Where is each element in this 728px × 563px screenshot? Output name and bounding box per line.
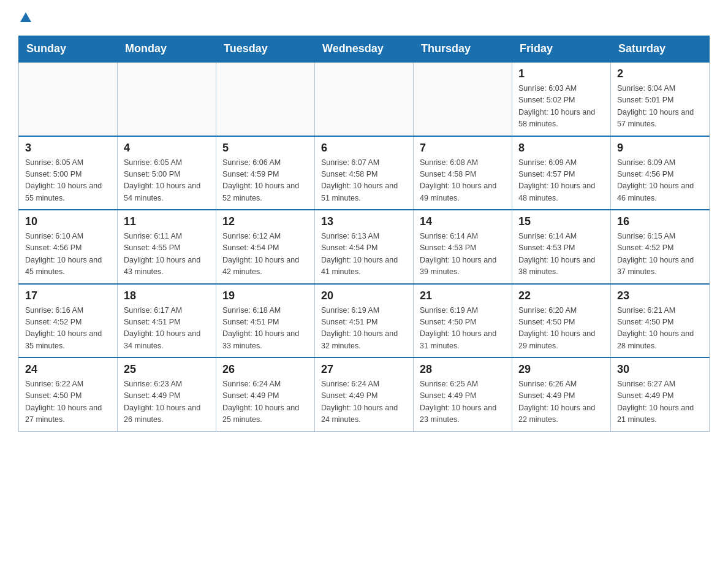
calendar-cell: 15Sunrise: 6:14 AMSunset: 4:53 PMDayligh… bbox=[512, 210, 611, 284]
day-info: Sunrise: 6:23 AMSunset: 4:49 PMDaylight:… bbox=[124, 378, 210, 426]
day-info: Sunrise: 6:27 AMSunset: 4:49 PMDaylight:… bbox=[617, 378, 703, 426]
day-info: Sunrise: 6:12 AMSunset: 4:54 PMDaylight:… bbox=[222, 231, 308, 278]
calendar-cell: 29Sunrise: 6:26 AMSunset: 4:49 PMDayligh… bbox=[512, 358, 611, 431]
day-number: 20 bbox=[321, 289, 407, 302]
day-number: 2 bbox=[617, 67, 703, 80]
calendar-cell: 6Sunrise: 6:07 AMSunset: 4:58 PMDaylight… bbox=[315, 136, 414, 210]
day-number: 30 bbox=[617, 363, 703, 376]
calendar-cell bbox=[414, 62, 512, 136]
day-number: 18 bbox=[124, 289, 210, 302]
day-number: 26 bbox=[222, 363, 308, 376]
day-number: 8 bbox=[518, 142, 604, 155]
day-info: Sunrise: 6:24 AMSunset: 4:49 PMDaylight:… bbox=[321, 378, 407, 426]
day-info: Sunrise: 6:16 AMSunset: 4:52 PMDaylight:… bbox=[25, 305, 111, 353]
calendar-cell: 11Sunrise: 6:11 AMSunset: 4:55 PMDayligh… bbox=[118, 210, 216, 284]
day-number: 10 bbox=[25, 215, 111, 228]
day-info: Sunrise: 6:17 AMSunset: 4:51 PMDaylight:… bbox=[124, 305, 210, 353]
calendar-cell: 19Sunrise: 6:18 AMSunset: 4:51 PMDayligh… bbox=[216, 284, 315, 358]
week-row-5: 24Sunrise: 6:22 AMSunset: 4:50 PMDayligh… bbox=[19, 358, 710, 431]
day-number: 29 bbox=[518, 363, 604, 376]
day-number: 5 bbox=[222, 142, 308, 155]
day-number: 6 bbox=[321, 142, 407, 155]
logo-triangle-icon bbox=[20, 12, 31, 22]
day-number: 17 bbox=[25, 289, 111, 302]
day-number: 9 bbox=[617, 142, 703, 155]
calendar-cell: 10Sunrise: 6:10 AMSunset: 4:56 PMDayligh… bbox=[19, 210, 118, 284]
calendar-cell: 28Sunrise: 6:25 AMSunset: 4:49 PMDayligh… bbox=[414, 358, 512, 431]
calendar-cell: 13Sunrise: 6:13 AMSunset: 4:54 PMDayligh… bbox=[315, 210, 414, 284]
col-thursday: Thursday bbox=[414, 36, 512, 63]
day-number: 14 bbox=[420, 215, 506, 228]
day-number: 21 bbox=[420, 289, 506, 302]
day-info: Sunrise: 6:14 AMSunset: 4:53 PMDaylight:… bbox=[420, 231, 506, 278]
day-number: 24 bbox=[25, 363, 111, 376]
calendar-cell: 22Sunrise: 6:20 AMSunset: 4:50 PMDayligh… bbox=[512, 284, 611, 358]
day-info: Sunrise: 6:25 AMSunset: 4:49 PMDaylight:… bbox=[420, 378, 506, 426]
day-number: 19 bbox=[222, 289, 308, 302]
day-number: 23 bbox=[617, 289, 703, 302]
calendar-cell bbox=[216, 62, 315, 136]
calendar-cell: 23Sunrise: 6:21 AMSunset: 4:50 PMDayligh… bbox=[611, 284, 710, 358]
logo bbox=[18, 12, 31, 23]
day-number: 16 bbox=[617, 215, 703, 228]
day-info: Sunrise: 6:24 AMSunset: 4:49 PMDaylight:… bbox=[222, 378, 308, 426]
header-row: Sunday Monday Tuesday Wednesday Thursday… bbox=[19, 36, 710, 63]
day-number: 4 bbox=[124, 142, 210, 155]
col-friday: Friday bbox=[512, 36, 611, 63]
calendar-cell: 17Sunrise: 6:16 AMSunset: 4:52 PMDayligh… bbox=[19, 284, 118, 358]
col-monday: Monday bbox=[118, 36, 216, 63]
calendar-cell bbox=[315, 62, 414, 136]
calendar-cell: 20Sunrise: 6:19 AMSunset: 4:51 PMDayligh… bbox=[315, 284, 414, 358]
calendar-cell: 5Sunrise: 6:06 AMSunset: 4:59 PMDaylight… bbox=[216, 136, 315, 210]
day-info: Sunrise: 6:05 AMSunset: 5:00 PMDaylight:… bbox=[25, 157, 111, 205]
calendar-table: Sunday Monday Tuesday Wednesday Thursday… bbox=[18, 36, 710, 432]
calendar-cell: 16Sunrise: 6:15 AMSunset: 4:52 PMDayligh… bbox=[611, 210, 710, 284]
day-info: Sunrise: 6:06 AMSunset: 4:59 PMDaylight:… bbox=[222, 157, 308, 205]
day-number: 28 bbox=[420, 363, 506, 376]
page-header bbox=[18, 12, 710, 23]
day-number: 25 bbox=[124, 363, 210, 376]
day-info: Sunrise: 6:04 AMSunset: 5:01 PMDaylight:… bbox=[617, 83, 703, 131]
week-row-4: 17Sunrise: 6:16 AMSunset: 4:52 PMDayligh… bbox=[19, 284, 710, 358]
col-sunday: Sunday bbox=[19, 36, 118, 63]
calendar-cell: 21Sunrise: 6:19 AMSunset: 4:50 PMDayligh… bbox=[414, 284, 512, 358]
calendar-cell bbox=[118, 62, 216, 136]
day-info: Sunrise: 6:11 AMSunset: 4:55 PMDaylight:… bbox=[124, 231, 210, 278]
day-info: Sunrise: 6:07 AMSunset: 4:58 PMDaylight:… bbox=[321, 157, 407, 205]
calendar-cell: 12Sunrise: 6:12 AMSunset: 4:54 PMDayligh… bbox=[216, 210, 315, 284]
calendar-cell: 14Sunrise: 6:14 AMSunset: 4:53 PMDayligh… bbox=[414, 210, 512, 284]
day-info: Sunrise: 6:09 AMSunset: 4:56 PMDaylight:… bbox=[617, 157, 703, 205]
col-wednesday: Wednesday bbox=[315, 36, 414, 63]
week-row-1: 1Sunrise: 6:03 AMSunset: 5:02 PMDaylight… bbox=[19, 62, 710, 136]
col-tuesday: Tuesday bbox=[216, 36, 315, 63]
calendar-cell: 3Sunrise: 6:05 AMSunset: 5:00 PMDaylight… bbox=[19, 136, 118, 210]
calendar-cell: 9Sunrise: 6:09 AMSunset: 4:56 PMDaylight… bbox=[611, 136, 710, 210]
day-info: Sunrise: 6:26 AMSunset: 4:49 PMDaylight:… bbox=[518, 378, 604, 426]
day-number: 15 bbox=[518, 215, 604, 228]
day-number: 12 bbox=[222, 215, 308, 228]
day-info: Sunrise: 6:13 AMSunset: 4:54 PMDaylight:… bbox=[321, 231, 407, 278]
day-info: Sunrise: 6:20 AMSunset: 4:50 PMDaylight:… bbox=[518, 305, 604, 353]
day-info: Sunrise: 6:03 AMSunset: 5:02 PMDaylight:… bbox=[518, 83, 604, 131]
calendar-cell: 24Sunrise: 6:22 AMSunset: 4:50 PMDayligh… bbox=[19, 358, 118, 431]
day-info: Sunrise: 6:08 AMSunset: 4:58 PMDaylight:… bbox=[420, 157, 506, 205]
calendar-cell: 1Sunrise: 6:03 AMSunset: 5:02 PMDaylight… bbox=[512, 62, 611, 136]
day-number: 7 bbox=[420, 142, 506, 155]
day-info: Sunrise: 6:19 AMSunset: 4:50 PMDaylight:… bbox=[420, 305, 506, 353]
day-info: Sunrise: 6:14 AMSunset: 4:53 PMDaylight:… bbox=[518, 231, 604, 278]
calendar-cell: 26Sunrise: 6:24 AMSunset: 4:49 PMDayligh… bbox=[216, 358, 315, 431]
day-info: Sunrise: 6:21 AMSunset: 4:50 PMDaylight:… bbox=[617, 305, 703, 353]
day-info: Sunrise: 6:15 AMSunset: 4:52 PMDaylight:… bbox=[617, 231, 703, 278]
calendar-cell bbox=[19, 62, 118, 136]
day-info: Sunrise: 6:09 AMSunset: 4:57 PMDaylight:… bbox=[518, 157, 604, 205]
week-row-2: 3Sunrise: 6:05 AMSunset: 5:00 PMDaylight… bbox=[19, 136, 710, 210]
day-number: 3 bbox=[25, 142, 111, 155]
col-saturday: Saturday bbox=[611, 36, 710, 63]
day-info: Sunrise: 6:05 AMSunset: 5:00 PMDaylight:… bbox=[124, 157, 210, 205]
day-info: Sunrise: 6:18 AMSunset: 4:51 PMDaylight:… bbox=[222, 305, 308, 353]
calendar-cell: 4Sunrise: 6:05 AMSunset: 5:00 PMDaylight… bbox=[118, 136, 216, 210]
day-number: 1 bbox=[518, 67, 604, 80]
calendar-cell: 2Sunrise: 6:04 AMSunset: 5:01 PMDaylight… bbox=[611, 62, 710, 136]
calendar-cell: 18Sunrise: 6:17 AMSunset: 4:51 PMDayligh… bbox=[118, 284, 216, 358]
calendar-cell: 8Sunrise: 6:09 AMSunset: 4:57 PMDaylight… bbox=[512, 136, 611, 210]
